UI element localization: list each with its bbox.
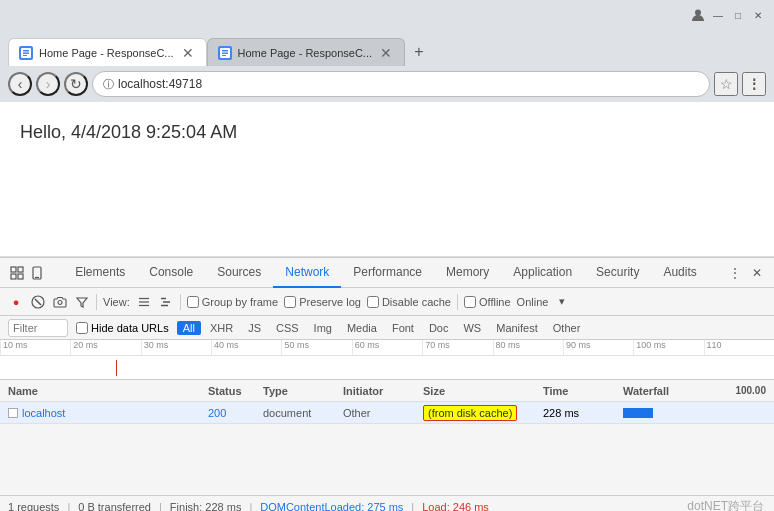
pill-manifest[interactable]: Manifest: [490, 321, 544, 335]
pill-all[interactable]: All: [177, 321, 201, 335]
url-lock-icon: ⓘ: [103, 77, 114, 92]
pill-img[interactable]: Img: [308, 321, 338, 335]
tab-security[interactable]: Security: [584, 258, 651, 288]
offline-checkbox[interactable]: [464, 296, 476, 308]
hide-data-urls-checkbox[interactable]: [76, 322, 88, 334]
devtools-close-icon[interactable]: ✕: [748, 264, 766, 282]
online-label: Online: [517, 296, 549, 308]
tab-1[interactable]: Home Page - ResponseC... ✕: [8, 38, 207, 66]
toolbar-separator-2: [180, 294, 181, 310]
pill-other[interactable]: Other: [547, 321, 587, 335]
toolbar-dropdown-icon[interactable]: ▾: [554, 294, 570, 310]
status-sep-3: |: [249, 501, 252, 512]
svg-rect-9: [11, 267, 16, 272]
toolbar-separator-1: [96, 294, 97, 310]
row-size: (from disk cache): [419, 407, 539, 419]
pill-media[interactable]: Media: [341, 321, 383, 335]
status-domcontent[interactable]: DOMContentLoaded: 275 ms: [260, 501, 403, 512]
ruler-mark-100: 100 ms: [633, 340, 703, 355]
svg-rect-8: [222, 55, 226, 56]
tab-bar: Home Page - ResponseC... ✕ Home Page - R…: [0, 30, 774, 66]
list-view-icon[interactable]: [136, 294, 152, 310]
row-status: 200: [204, 407, 259, 419]
table-row[interactable]: localhost 200 document Other (from disk …: [0, 402, 774, 424]
devtools-toolbar: ● View: Group by frame: [0, 288, 774, 316]
svg-rect-3: [23, 52, 29, 54]
clear-button[interactable]: [30, 294, 46, 310]
col-header-size: Size: [419, 385, 539, 397]
address-bar: ‹ › ↻ ⓘ localhost:49718 ☆ ⋮: [0, 66, 774, 102]
refresh-button[interactable]: ↻: [64, 72, 88, 96]
filter-pills: All XHR JS CSS Img Media Font Doc WS Man…: [177, 321, 587, 335]
title-bar: — □ ✕: [0, 0, 774, 30]
col-header-time: Time: [539, 385, 619, 397]
col-header-name: Name: [4, 385, 204, 397]
filter-bar: Hide data URLs All XHR JS CSS Img Media …: [0, 316, 774, 340]
person-icon[interactable]: [690, 7, 706, 23]
ruler-mark-20: 20 ms: [70, 340, 140, 355]
col-header-initiator: Initiator: [339, 385, 419, 397]
close-button[interactable]: ✕: [750, 7, 766, 23]
tab-memory[interactable]: Memory: [434, 258, 501, 288]
group-by-frame-label: Group by frame: [202, 296, 278, 308]
waterfall-view-icon[interactable]: [158, 294, 174, 310]
new-tab-button[interactable]: +: [405, 38, 433, 66]
record-button[interactable]: ●: [8, 294, 24, 310]
pill-js[interactable]: JS: [242, 321, 267, 335]
tab-close-2[interactable]: ✕: [378, 46, 394, 60]
tab-audits[interactable]: Audits: [651, 258, 708, 288]
window-controls: — □ ✕: [690, 7, 766, 23]
timeline-ruler: 10 ms 20 ms 30 ms 40 ms 50 ms 60 ms 70 m…: [0, 340, 774, 356]
url-bar: ⓘ localhost:49718: [92, 71, 710, 97]
pill-css[interactable]: CSS: [270, 321, 305, 335]
tab-network[interactable]: Network: [273, 258, 341, 288]
svg-rect-2: [23, 50, 29, 52]
tab-elements[interactable]: Elements: [63, 258, 137, 288]
preserve-log-checkbox[interactable]: [284, 296, 296, 308]
filter-icon[interactable]: [74, 294, 90, 310]
waterfall-value: 100.00: [735, 385, 766, 396]
svg-rect-12: [18, 274, 23, 279]
pill-font[interactable]: Font: [386, 321, 420, 335]
status-load[interactable]: Load: 246 ms: [422, 501, 489, 512]
tab-sources[interactable]: Sources: [205, 258, 273, 288]
disable-cache-checkbox[interactable]: [367, 296, 379, 308]
devtools-tabs: Elements Console Sources Network Perform…: [63, 258, 709, 288]
timeline-bar-red: [116, 360, 117, 376]
status-finish: Finish: 228 ms: [170, 501, 242, 512]
svg-point-0: [695, 10, 701, 16]
devtools-mobile-icon[interactable]: [28, 264, 46, 282]
minimize-button[interactable]: —: [710, 7, 726, 23]
svg-line-16: [35, 299, 41, 305]
tab-application[interactable]: Application: [501, 258, 584, 288]
devtools-more-icon[interactable]: ⋮: [726, 264, 744, 282]
ruler-mark-90: 90 ms: [563, 340, 633, 355]
ruler-mark-10: 10 ms: [0, 340, 70, 355]
bookmark-button[interactable]: ☆: [714, 72, 738, 96]
status-sep-2: |: [159, 501, 162, 512]
tab-console[interactable]: Console: [137, 258, 205, 288]
waterfall-bar: [623, 408, 653, 418]
status-requests: 1 requests: [8, 501, 59, 512]
status-bar: 1 requests | 0 B transferred | Finish: 2…: [0, 495, 774, 511]
pill-xhr[interactable]: XHR: [204, 321, 239, 335]
preserve-log-group: Preserve log: [284, 296, 361, 308]
forward-button[interactable]: ›: [36, 72, 60, 96]
pill-ws[interactable]: WS: [457, 321, 487, 335]
devtools-inspect-icon[interactable]: [8, 264, 26, 282]
back-button[interactable]: ‹: [8, 72, 32, 96]
ruler-mark-70: 70 ms: [422, 340, 492, 355]
filter-input[interactable]: [8, 319, 68, 337]
tab-performance[interactable]: Performance: [341, 258, 434, 288]
group-by-frame-checkbox[interactable]: [187, 296, 199, 308]
view-label: View:: [103, 296, 130, 308]
offline-label: Offline: [479, 296, 511, 308]
page-hello-text: Hello, 4/4/2018 9:25:04 AM: [20, 122, 754, 143]
camera-icon[interactable]: [52, 294, 68, 310]
svg-rect-11: [11, 274, 16, 279]
tab-close-1[interactable]: ✕: [180, 46, 196, 60]
browser-menu-button[interactable]: ⋮: [742, 72, 766, 96]
tab-2[interactable]: Home Page - ResponseC... ✕: [207, 38, 406, 66]
maximize-button[interactable]: □: [730, 7, 746, 23]
pill-doc[interactable]: Doc: [423, 321, 455, 335]
